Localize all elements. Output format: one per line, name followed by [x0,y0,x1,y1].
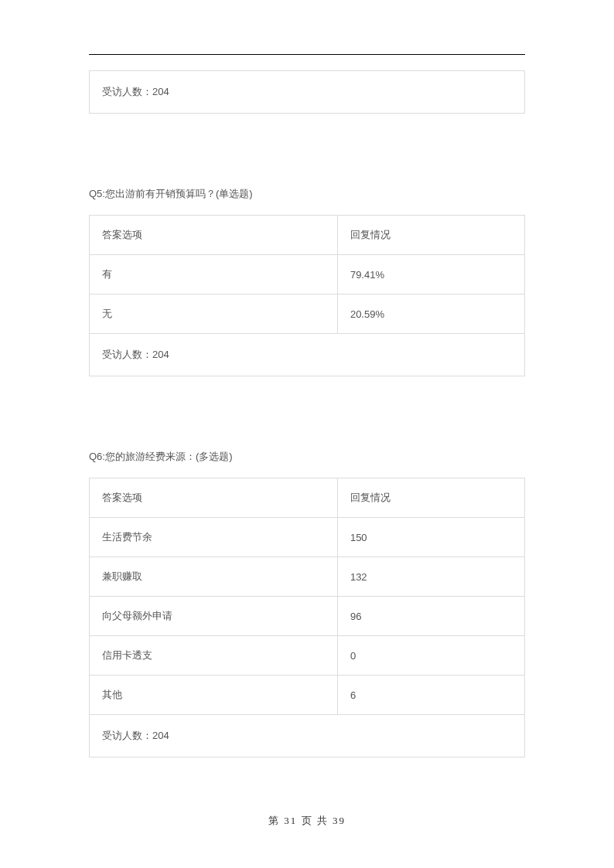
q6-row0-value: 150 [337,518,524,557]
table-footer-row: 受访人数：204 [90,715,525,757]
q6-header-left: 答案选项 [90,478,338,518]
q6-row3-label: 信用卡透支 [90,636,338,676]
q5-row0-label: 有 [90,255,338,294]
q6-row4-value: 6 [337,676,524,715]
table-row: 信用卡透支 0 [90,636,525,676]
q6-row0-label: 生活费节余 [90,518,338,557]
table-footer-row: 受访人数：204 [90,334,525,376]
q6-row4-label: 其他 [90,676,338,715]
table-header-row: 答案选项 回复情况 [90,216,525,255]
q5-table: 答案选项 回复情况 有 79.41% 无 20.59% 受访人数：204 [89,215,525,376]
q5-row1-label: 无 [90,294,338,334]
question-q6: Q6:您的旅游经费来源：(多选题) 答案选项 回复情况 生活费节余 150 兼职… [89,450,525,757]
top-divider [89,54,525,55]
q6-title: Q6:您的旅游经费来源：(多选题) [89,450,525,464]
q5-footer-value: 204 [152,349,169,360]
table-row: 兼职赚取 132 [90,557,525,597]
table-row: 生活费节余 150 [90,518,525,557]
q5-header-right: 回复情况 [337,216,524,255]
q5-row1-value: 20.59% [337,294,524,334]
q5-title: Q5:您出游前有开销预算吗？(单选题) [89,187,525,201]
q6-footer-value: 204 [152,730,169,741]
q5-footer: 受访人数：204 [90,334,525,376]
q6-footer: 受访人数：204 [90,715,525,757]
q6-header-right: 回复情况 [337,478,524,518]
q6-row2-value: 96 [337,597,524,636]
q5-footer-prefix: 受访人数： [102,349,152,360]
q5-header-left: 答案选项 [90,216,338,255]
q6-row3-value: 0 [337,636,524,676]
table-row: 有 79.41% [90,255,525,294]
q6-row2-label: 向父母额外申请 [90,597,338,636]
top-summary-box: 受访人数：204 [89,70,525,114]
table-row: 向父母额外申请 96 [90,597,525,636]
table-row: 其他 6 [90,676,525,715]
q6-footer-prefix: 受访人数： [102,730,152,741]
table-header-row: 答案选项 回复情况 [90,478,525,518]
q6-row1-value: 132 [337,557,524,597]
table-row: 无 20.59% [90,294,525,334]
page-footer: 第 31 页 共 39 [0,814,614,828]
q5-row0-value: 79.41% [337,255,524,294]
question-q5: Q5:您出游前有开销预算吗？(单选题) 答案选项 回复情况 有 79.41% 无… [89,187,525,376]
page-container: 受访人数：204 Q5:您出游前有开销预算吗？(单选题) 答案选项 回复情况 有… [0,0,614,757]
q6-table: 答案选项 回复情况 生活费节余 150 兼职赚取 132 向父母额外申请 96 … [89,478,525,757]
page-footer-text: 第 31 页 共 39 [268,815,346,826]
top-summary-value: 204 [152,86,169,97]
q6-row1-label: 兼职赚取 [90,557,338,597]
top-summary-prefix: 受访人数： [102,86,152,97]
